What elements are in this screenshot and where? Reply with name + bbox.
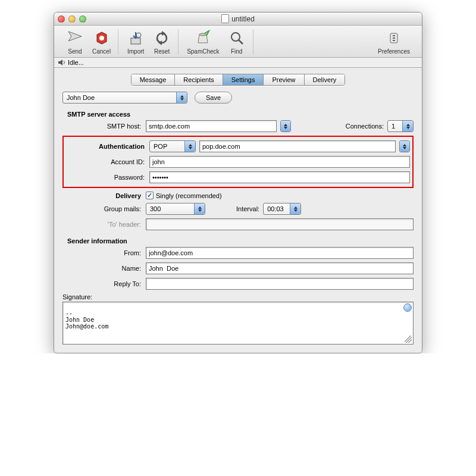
interval-select[interactable]: 00:03 xyxy=(263,203,301,215)
import-icon xyxy=(127,29,145,47)
from-label: From: xyxy=(62,249,146,256)
resize-grip-icon[interactable] xyxy=(405,336,412,343)
connections-select[interactable]: 1 xyxy=(387,120,414,132)
send-icon xyxy=(66,29,84,47)
to-header-input xyxy=(146,218,414,230)
password-input[interactable] xyxy=(149,171,410,183)
toolbar: Send Cancel Import Reset xyxy=(54,26,422,58)
name-label: Name: xyxy=(62,265,146,272)
tab-preview[interactable]: Preview xyxy=(264,74,304,85)
find-button[interactable]: Find xyxy=(224,29,249,55)
profile-select[interactable]: John Doe xyxy=(62,92,187,104)
signature-textarea[interactable]: -- John Doe John@doe.com xyxy=(62,302,414,345)
smtp-section-header: SMTP server access xyxy=(62,107,414,120)
window-title: untitled xyxy=(231,15,255,23)
interval-label: Interval: xyxy=(236,205,259,212)
profile-select-value: John Doe xyxy=(67,94,95,101)
reset-icon xyxy=(153,29,171,47)
reset-button[interactable]: Reset xyxy=(149,29,174,55)
settings-panel: John Doe Save SMTP server access SMTP ho… xyxy=(54,89,422,353)
reset-label: Reset xyxy=(154,48,170,55)
tab-settings[interactable]: Settings xyxy=(223,74,264,85)
send-button[interactable]: Send xyxy=(62,29,87,55)
preferences-icon xyxy=(385,29,403,47)
traffic-lights xyxy=(58,15,86,23)
smtp-host-input[interactable] xyxy=(146,120,277,132)
to-header-label: 'To' header: xyxy=(62,221,146,228)
document-icon xyxy=(221,14,229,23)
spamcheck-button[interactable]: SpamCheck xyxy=(183,29,223,55)
tab-recipients[interactable]: Recipients xyxy=(175,74,223,85)
close-button[interactable] xyxy=(58,15,65,23)
svg-rect-2 xyxy=(131,38,140,44)
app-window: untitled Send Cancel Imp xyxy=(54,12,422,353)
authentication-highlight: Authentication POP Account ID: Password: xyxy=(62,136,414,188)
status-bar: Idle... xyxy=(54,58,422,68)
svg-point-4 xyxy=(199,33,206,36)
tab-bar: Message Recipients Settings Preview Deli… xyxy=(54,68,422,89)
svg-point-5 xyxy=(231,33,240,41)
password-label: Password: xyxy=(66,174,149,181)
status-speaker-icon xyxy=(58,59,66,66)
group-mails-label: Group mails: xyxy=(62,205,146,212)
save-label: Save xyxy=(206,94,221,101)
interval-value: 00:03 xyxy=(267,205,284,212)
svg-point-3 xyxy=(136,33,141,37)
auth-scheme-select[interactable]: POP xyxy=(149,140,196,152)
smtp-host-label: SMTP host: xyxy=(62,123,146,130)
cancel-button[interactable]: Cancel xyxy=(89,29,114,55)
titlebar: untitled xyxy=(54,12,422,26)
auth-server-input[interactable] xyxy=(199,140,396,152)
import-label: Import xyxy=(127,48,144,55)
send-label: Send xyxy=(68,48,82,55)
svg-rect-8 xyxy=(393,35,395,36)
sender-section-header: Sender information xyxy=(62,234,414,247)
singly-checkbox[interactable] xyxy=(146,192,154,199)
minimize-button[interactable] xyxy=(68,15,76,23)
signature-label: Signature: xyxy=(62,293,414,300)
reply-to-label: Reply To: xyxy=(62,280,146,287)
account-id-label: Account ID: xyxy=(66,158,149,165)
svg-line-6 xyxy=(239,40,243,44)
spamcheck-icon xyxy=(194,29,212,47)
connections-label: Connections: xyxy=(346,123,384,130)
find-label: Find xyxy=(231,48,242,55)
cancel-label: Cancel xyxy=(92,48,111,55)
group-mails-select[interactable]: 300 xyxy=(146,203,205,215)
svg-rect-9 xyxy=(393,37,395,39)
delivery-section-label: Delivery xyxy=(62,192,146,199)
smtp-host-history-button[interactable] xyxy=(280,120,291,132)
select-arrows-icon xyxy=(176,92,187,103)
preferences-label: Preferences xyxy=(378,48,410,55)
save-button[interactable]: Save xyxy=(195,92,232,104)
group-mails-value: 300 xyxy=(150,205,161,212)
name-input[interactable] xyxy=(146,262,414,274)
preferences-button[interactable]: Preferences xyxy=(374,29,414,55)
singly-label: Singly (recommended) xyxy=(156,192,222,199)
auth-scheme-value: POP xyxy=(154,143,167,150)
account-id-input[interactable] xyxy=(149,156,410,168)
zoom-button[interactable] xyxy=(79,15,86,23)
auth-section-label: Authentication xyxy=(66,143,149,150)
svg-point-1 xyxy=(99,36,104,40)
find-icon xyxy=(228,29,246,47)
scrollbar-thumb[interactable] xyxy=(403,303,412,312)
auth-server-history-button[interactable] xyxy=(399,140,410,152)
tab-delivery[interactable]: Delivery xyxy=(305,74,345,85)
reply-to-input[interactable] xyxy=(146,278,414,290)
status-text: Idle... xyxy=(68,59,84,66)
svg-rect-10 xyxy=(393,40,395,41)
tab-message[interactable]: Message xyxy=(131,74,176,85)
from-input[interactable] xyxy=(146,247,414,259)
signature-text: -- John Doe John@doe.com xyxy=(65,310,108,330)
spamcheck-label: SpamCheck xyxy=(187,48,219,55)
cancel-icon xyxy=(93,29,111,47)
connections-value: 1 xyxy=(392,123,395,130)
import-button[interactable]: Import xyxy=(123,29,148,55)
